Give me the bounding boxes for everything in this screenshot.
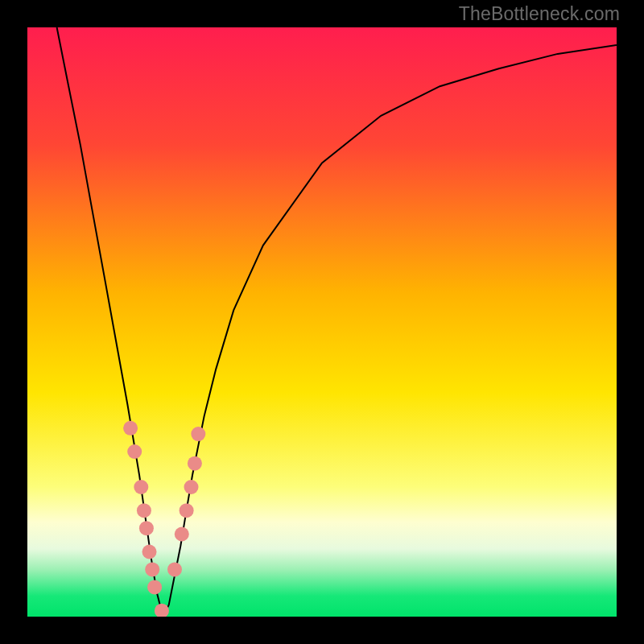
data-point — [139, 521, 154, 535]
data-point — [145, 562, 159, 576]
data-point — [191, 427, 205, 441]
datapoints-right-branch — [167, 427, 205, 576]
data-point — [180, 503, 194, 518]
data-point — [123, 421, 138, 436]
curve-layer — [27, 27, 617, 617]
plot-area — [27, 27, 617, 617]
chart-frame: TheBottleneck.com — [0, 0, 644, 644]
data-point — [155, 604, 169, 617]
data-point — [134, 480, 148, 494]
data-point — [175, 527, 189, 542]
data-point — [137, 503, 151, 518]
data-point — [127, 444, 142, 459]
data-point — [142, 545, 157, 559]
data-point — [167, 562, 182, 576]
data-point — [188, 456, 202, 471]
data-point — [184, 480, 199, 494]
data-point — [147, 580, 162, 594]
watermark-text: TheBottleneck.com — [459, 3, 620, 25]
